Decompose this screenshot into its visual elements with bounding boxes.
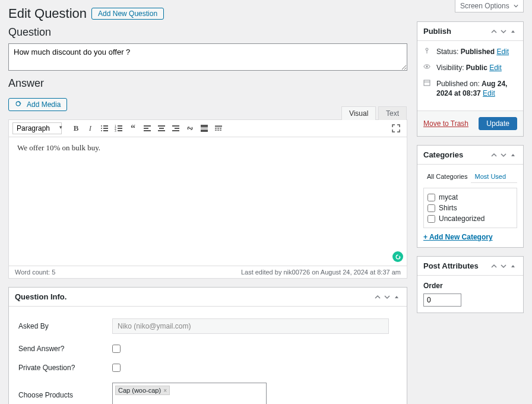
svg-rect-4 bbox=[103, 128, 108, 129]
svg-rect-26 bbox=[215, 128, 217, 129]
svg-rect-25 bbox=[215, 125, 222, 127]
svg-rect-20 bbox=[175, 128, 179, 129]
answer-editor[interactable]: We offer 10% on bulk buy. bbox=[9, 137, 407, 266]
answer-section-label: Answer bbox=[8, 77, 407, 90]
status-value: Published bbox=[461, 48, 495, 56]
numbered-list-icon[interactable]: 123 bbox=[112, 122, 125, 135]
edit-date-link[interactable]: Edit bbox=[483, 89, 495, 97]
align-right-icon[interactable] bbox=[169, 122, 182, 135]
toolbar-toggle-icon[interactable] bbox=[212, 122, 225, 135]
chevron-down-icon[interactable] bbox=[499, 151, 508, 159]
product-chip[interactable]: Cap (woo-cap) × bbox=[115, 386, 170, 395]
svg-point-32 bbox=[426, 48, 428, 50]
tab-most-used[interactable]: Most Used bbox=[471, 171, 509, 182]
svg-rect-29 bbox=[215, 130, 217, 131]
svg-rect-19 bbox=[172, 125, 179, 127]
caret-up-icon[interactable] bbox=[509, 151, 517, 159]
send-answer-label: Send Answer? bbox=[18, 345, 112, 353]
grammarly-icon[interactable] bbox=[392, 251, 403, 262]
chevron-up-icon[interactable] bbox=[373, 293, 382, 301]
align-center-icon[interactable] bbox=[155, 122, 168, 135]
move-to-trash-link[interactable]: Move to Trash bbox=[423, 119, 468, 128]
category-checkbox[interactable] bbox=[428, 204, 435, 212]
published-label: Published on: bbox=[436, 80, 480, 88]
svg-rect-22 bbox=[201, 125, 208, 127]
answer-text: We offer 10% on bulk buy. bbox=[17, 143, 100, 152]
link-icon[interactable] bbox=[183, 122, 197, 135]
order-label: Order bbox=[423, 282, 517, 290]
add-media-label: Add Media bbox=[27, 100, 61, 109]
chevron-down-icon[interactable] bbox=[383, 293, 391, 301]
question-info-title: Question Info. bbox=[15, 292, 66, 301]
caret-up-icon[interactable] bbox=[392, 293, 401, 301]
chevron-up-icon[interactable] bbox=[490, 262, 498, 270]
edit-status-link[interactable]: Edit bbox=[496, 48, 509, 56]
tab-all-categories[interactable]: All Categories bbox=[423, 171, 471, 183]
add-media-button[interactable]: Add Media bbox=[8, 98, 67, 111]
product-chip-label: Cap (woo-cap) bbox=[118, 387, 161, 394]
add-new-question-button[interactable]: Add New Question bbox=[91, 8, 164, 20]
status-label: Status: bbox=[436, 48, 458, 56]
remove-chip-icon[interactable]: × bbox=[163, 387, 167, 394]
update-button[interactable]: Update bbox=[479, 117, 517, 130]
pin-icon bbox=[423, 47, 432, 57]
add-new-category-link[interactable]: + Add New Category bbox=[423, 233, 493, 241]
bold-icon[interactable]: B bbox=[69, 122, 83, 135]
category-item: Uncategorized bbox=[428, 213, 513, 224]
svg-rect-14 bbox=[144, 128, 148, 129]
category-checkbox[interactable] bbox=[428, 194, 435, 201]
bullet-list-icon[interactable] bbox=[98, 122, 111, 135]
visibility-value: Public bbox=[466, 64, 487, 72]
svg-rect-17 bbox=[159, 128, 164, 129]
chevron-down-icon[interactable] bbox=[499, 262, 508, 270]
svg-rect-8 bbox=[118, 125, 122, 127]
edit-visibility-link[interactable]: Edit bbox=[489, 64, 502, 72]
svg-rect-28 bbox=[220, 128, 221, 129]
fullscreen-icon[interactable] bbox=[390, 122, 403, 135]
italic-icon[interactable]: I bbox=[84, 122, 97, 135]
chevron-down-icon[interactable] bbox=[499, 27, 508, 36]
private-question-checkbox[interactable] bbox=[112, 364, 121, 372]
asked-by-input[interactable] bbox=[112, 318, 389, 334]
svg-point-3 bbox=[101, 128, 102, 129]
choose-products-label: Choose Products bbox=[18, 383, 112, 399]
paragraph-select[interactable]: Paragraph bbox=[12, 122, 62, 134]
category-checkbox[interactable] bbox=[428, 215, 435, 223]
read-more-icon[interactable] bbox=[198, 122, 211, 135]
caret-up-icon[interactable] bbox=[509, 27, 517, 36]
order-input[interactable] bbox=[423, 293, 461, 307]
screen-options-button[interactable]: Screen Options bbox=[455, 0, 524, 12]
svg-rect-16 bbox=[158, 125, 165, 127]
chevron-up-icon[interactable] bbox=[490, 27, 498, 36]
post-attributes-title: Post Attributes bbox=[423, 261, 479, 270]
calendar-icon bbox=[423, 79, 432, 89]
category-label: mycat bbox=[439, 193, 458, 201]
caret-up-icon[interactable] bbox=[509, 262, 517, 270]
svg-rect-10 bbox=[118, 128, 122, 129]
chevron-up-icon[interactable] bbox=[490, 151, 498, 159]
svg-rect-12 bbox=[118, 130, 122, 131]
blockquote-icon[interactable]: “ bbox=[126, 122, 140, 135]
svg-rect-27 bbox=[217, 128, 219, 129]
visibility-label: Visibility: bbox=[436, 64, 464, 72]
choose-products-input[interactable]: Cap (woo-cap) × bbox=[112, 383, 267, 404]
send-answer-checkbox[interactable] bbox=[112, 345, 121, 353]
tab-text[interactable]: Text bbox=[378, 106, 407, 120]
caret-down-icon bbox=[514, 4, 518, 8]
asked-by-label: Asked By bbox=[18, 322, 112, 330]
svg-point-35 bbox=[426, 65, 428, 67]
svg-point-1 bbox=[101, 125, 102, 127]
media-icon bbox=[15, 100, 23, 109]
question-section-label: Question bbox=[8, 26, 407, 39]
question-textarea[interactable]: How much discount do you offer ? bbox=[8, 43, 407, 71]
svg-rect-13 bbox=[144, 125, 151, 127]
svg-rect-15 bbox=[144, 130, 151, 131]
svg-rect-36 bbox=[424, 80, 430, 86]
svg-point-5 bbox=[101, 130, 102, 131]
category-item: mycat bbox=[428, 192, 513, 203]
align-left-icon[interactable] bbox=[141, 122, 154, 135]
publish-title: Publish bbox=[423, 27, 451, 36]
tab-visual[interactable]: Visual bbox=[341, 106, 376, 120]
svg-rect-24 bbox=[201, 130, 208, 132]
svg-rect-30 bbox=[217, 130, 219, 131]
